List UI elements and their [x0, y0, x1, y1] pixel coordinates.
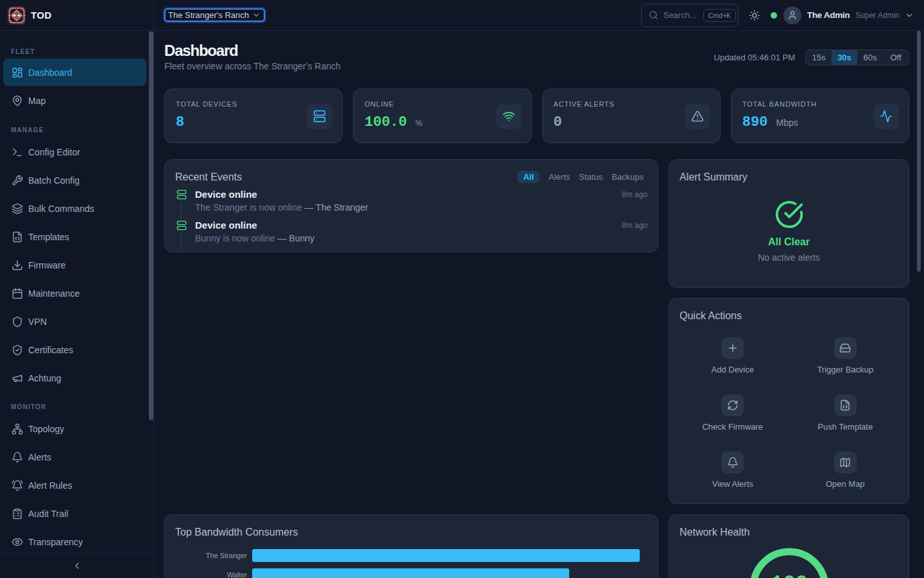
- svg-text:100: 100: [771, 572, 808, 578]
